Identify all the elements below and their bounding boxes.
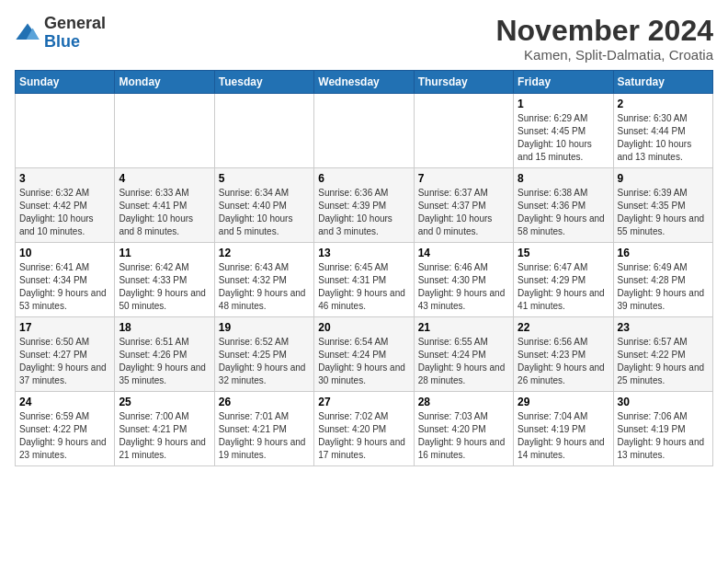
day-number: 23 bbox=[618, 321, 709, 334]
day-info: Sunrise: 6:38 AM Sunset: 4:36 PM Dayligh… bbox=[518, 187, 609, 238]
day-number: 9 bbox=[618, 172, 709, 185]
calendar-cell: 28Sunrise: 7:03 AM Sunset: 4:20 PM Dayli… bbox=[414, 392, 513, 466]
calendar-week-row: 1Sunrise: 6:29 AM Sunset: 4:45 PM Daylig… bbox=[16, 94, 713, 168]
day-number: 19 bbox=[219, 321, 310, 334]
calendar-cell: 5Sunrise: 6:34 AM Sunset: 4:40 PM Daylig… bbox=[214, 168, 313, 243]
calendar-week-row: 24Sunrise: 6:59 AM Sunset: 4:22 PM Dayli… bbox=[16, 392, 713, 466]
day-info: Sunrise: 6:54 AM Sunset: 4:24 PM Dayligh… bbox=[318, 336, 409, 387]
weekday-header-wednesday: Wednesday bbox=[314, 71, 414, 94]
day-info: Sunrise: 6:47 AM Sunset: 4:29 PM Dayligh… bbox=[518, 261, 609, 313]
day-number: 7 bbox=[418, 172, 509, 185]
day-info: Sunrise: 6:51 AM Sunset: 4:26 PM Dayligh… bbox=[119, 336, 210, 387]
calendar-table: SundayMondayTuesdayWednesdayThursdayFrid… bbox=[15, 70, 713, 466]
calendar-cell bbox=[414, 94, 513, 168]
header: General Blue November 2024 Kamen, Split-… bbox=[15, 15, 713, 63]
weekday-header-friday: Friday bbox=[514, 71, 613, 94]
calendar-week-row: 10Sunrise: 6:41 AM Sunset: 4:34 PM Dayli… bbox=[16, 243, 713, 317]
calendar-cell: 15Sunrise: 6:47 AM Sunset: 4:29 PM Dayli… bbox=[514, 243, 613, 317]
day-info: Sunrise: 6:50 AM Sunset: 4:27 PM Dayligh… bbox=[19, 336, 110, 387]
calendar-cell: 11Sunrise: 6:42 AM Sunset: 4:33 PM Dayli… bbox=[115, 243, 214, 317]
calendar-cell: 8Sunrise: 6:38 AM Sunset: 4:36 PM Daylig… bbox=[514, 168, 613, 243]
day-info: Sunrise: 6:57 AM Sunset: 4:22 PM Dayligh… bbox=[618, 336, 709, 387]
weekday-header-saturday: Saturday bbox=[613, 71, 712, 94]
day-info: Sunrise: 6:49 AM Sunset: 4:28 PM Dayligh… bbox=[618, 261, 709, 313]
calendar-cell: 27Sunrise: 7:02 AM Sunset: 4:20 PM Dayli… bbox=[314, 392, 414, 466]
calendar-cell: 10Sunrise: 6:41 AM Sunset: 4:34 PM Dayli… bbox=[16, 243, 115, 317]
logo-general-text: General bbox=[44, 14, 106, 32]
day-info: Sunrise: 6:56 AM Sunset: 4:23 PM Dayligh… bbox=[518, 336, 609, 387]
day-info: Sunrise: 6:36 AM Sunset: 4:39 PM Dayligh… bbox=[318, 187, 409, 238]
day-info: Sunrise: 6:52 AM Sunset: 4:25 PM Dayligh… bbox=[219, 336, 310, 387]
day-number: 5 bbox=[219, 172, 310, 185]
logo: General Blue bbox=[15, 15, 106, 52]
calendar-cell: 3Sunrise: 6:32 AM Sunset: 4:42 PM Daylig… bbox=[16, 168, 115, 243]
day-info: Sunrise: 6:41 AM Sunset: 4:34 PM Dayligh… bbox=[19, 261, 110, 313]
calendar-week-row: 3Sunrise: 6:32 AM Sunset: 4:42 PM Daylig… bbox=[16, 168, 713, 243]
weekday-header-row: SundayMondayTuesdayWednesdayThursdayFrid… bbox=[16, 71, 713, 94]
day-info: Sunrise: 6:29 AM Sunset: 4:45 PM Dayligh… bbox=[518, 112, 609, 164]
calendar-cell: 6Sunrise: 6:36 AM Sunset: 4:39 PM Daylig… bbox=[314, 168, 414, 243]
day-info: Sunrise: 6:33 AM Sunset: 4:41 PM Dayligh… bbox=[119, 187, 210, 238]
day-number: 14 bbox=[418, 247, 509, 259]
day-info: Sunrise: 6:39 AM Sunset: 4:35 PM Dayligh… bbox=[618, 187, 709, 238]
calendar-cell: 20Sunrise: 6:54 AM Sunset: 4:24 PM Dayli… bbox=[314, 317, 414, 392]
weekday-header-tuesday: Tuesday bbox=[214, 71, 313, 94]
day-info: Sunrise: 7:03 AM Sunset: 4:20 PM Dayligh… bbox=[418, 410, 509, 462]
calendar-cell: 12Sunrise: 6:43 AM Sunset: 4:32 PM Dayli… bbox=[214, 243, 313, 317]
day-number: 27 bbox=[318, 396, 409, 408]
calendar-cell bbox=[16, 94, 115, 168]
calendar-week-row: 17Sunrise: 6:50 AM Sunset: 4:27 PM Dayli… bbox=[16, 317, 713, 392]
day-info: Sunrise: 6:59 AM Sunset: 4:22 PM Dayligh… bbox=[19, 410, 110, 462]
title-area: November 2024 Kamen, Split-Dalmatia, Cro… bbox=[495, 15, 713, 63]
calendar-cell: 7Sunrise: 6:37 AM Sunset: 4:37 PM Daylig… bbox=[414, 168, 513, 243]
calendar-cell: 22Sunrise: 6:56 AM Sunset: 4:23 PM Dayli… bbox=[514, 317, 613, 392]
calendar-cell: 19Sunrise: 6:52 AM Sunset: 4:25 PM Dayli… bbox=[214, 317, 313, 392]
day-info: Sunrise: 7:02 AM Sunset: 4:20 PM Dayligh… bbox=[318, 410, 409, 462]
calendar-cell bbox=[214, 94, 313, 168]
day-number: 8 bbox=[518, 172, 609, 185]
calendar-cell: 16Sunrise: 6:49 AM Sunset: 4:28 PM Dayli… bbox=[613, 243, 712, 317]
day-info: Sunrise: 6:46 AM Sunset: 4:30 PM Dayligh… bbox=[418, 261, 509, 313]
location-subtitle: Kamen, Split-Dalmatia, Croatia bbox=[495, 47, 713, 63]
calendar-cell: 18Sunrise: 6:51 AM Sunset: 4:26 PM Dayli… bbox=[115, 317, 214, 392]
weekday-header-monday: Monday bbox=[115, 71, 214, 94]
calendar-cell: 9Sunrise: 6:39 AM Sunset: 4:35 PM Daylig… bbox=[613, 168, 712, 243]
day-number: 3 bbox=[19, 172, 110, 185]
calendar-cell: 30Sunrise: 7:06 AM Sunset: 4:19 PM Dayli… bbox=[613, 392, 712, 466]
day-number: 10 bbox=[19, 247, 110, 259]
day-info: Sunrise: 6:43 AM Sunset: 4:32 PM Dayligh… bbox=[219, 261, 310, 313]
calendar-cell: 21Sunrise: 6:55 AM Sunset: 4:24 PM Dayli… bbox=[414, 317, 513, 392]
day-info: Sunrise: 6:34 AM Sunset: 4:40 PM Dayligh… bbox=[219, 187, 310, 238]
day-number: 11 bbox=[119, 247, 210, 259]
day-info: Sunrise: 6:32 AM Sunset: 4:42 PM Dayligh… bbox=[19, 187, 110, 238]
day-info: Sunrise: 6:55 AM Sunset: 4:24 PM Dayligh… bbox=[418, 336, 509, 387]
day-info: Sunrise: 6:42 AM Sunset: 4:33 PM Dayligh… bbox=[119, 261, 210, 313]
day-info: Sunrise: 6:45 AM Sunset: 4:31 PM Dayligh… bbox=[318, 261, 409, 313]
logo-icon bbox=[15, 20, 40, 46]
logo-blue-text: Blue bbox=[44, 32, 80, 51]
day-number: 22 bbox=[518, 321, 609, 334]
day-number: 2 bbox=[618, 98, 709, 110]
weekday-header-thursday: Thursday bbox=[414, 71, 513, 94]
day-info: Sunrise: 7:01 AM Sunset: 4:21 PM Dayligh… bbox=[219, 410, 310, 462]
day-number: 29 bbox=[518, 396, 609, 408]
day-number: 1 bbox=[518, 98, 609, 110]
calendar-cell: 29Sunrise: 7:04 AM Sunset: 4:19 PM Dayli… bbox=[514, 392, 613, 466]
weekday-header-sunday: Sunday bbox=[16, 71, 115, 94]
day-info: Sunrise: 6:37 AM Sunset: 4:37 PM Dayligh… bbox=[418, 187, 509, 238]
day-info: Sunrise: 7:00 AM Sunset: 4:21 PM Dayligh… bbox=[119, 410, 210, 462]
calendar-cell bbox=[314, 94, 414, 168]
day-info: Sunrise: 7:04 AM Sunset: 4:19 PM Dayligh… bbox=[518, 410, 609, 462]
calendar-cell bbox=[115, 94, 214, 168]
calendar-cell: 24Sunrise: 6:59 AM Sunset: 4:22 PM Dayli… bbox=[16, 392, 115, 466]
day-number: 6 bbox=[318, 172, 409, 185]
day-number: 24 bbox=[19, 396, 110, 408]
day-number: 13 bbox=[318, 247, 409, 259]
day-number: 25 bbox=[119, 396, 210, 408]
calendar-cell: 2Sunrise: 6:30 AM Sunset: 4:44 PM Daylig… bbox=[613, 94, 712, 168]
calendar-cell: 13Sunrise: 6:45 AM Sunset: 4:31 PM Dayli… bbox=[314, 243, 414, 317]
day-number: 28 bbox=[418, 396, 509, 408]
calendar-cell: 25Sunrise: 7:00 AM Sunset: 4:21 PM Dayli… bbox=[115, 392, 214, 466]
calendar-cell: 23Sunrise: 6:57 AM Sunset: 4:22 PM Dayli… bbox=[613, 317, 712, 392]
calendar-cell: 1Sunrise: 6:29 AM Sunset: 4:45 PM Daylig… bbox=[514, 94, 613, 168]
